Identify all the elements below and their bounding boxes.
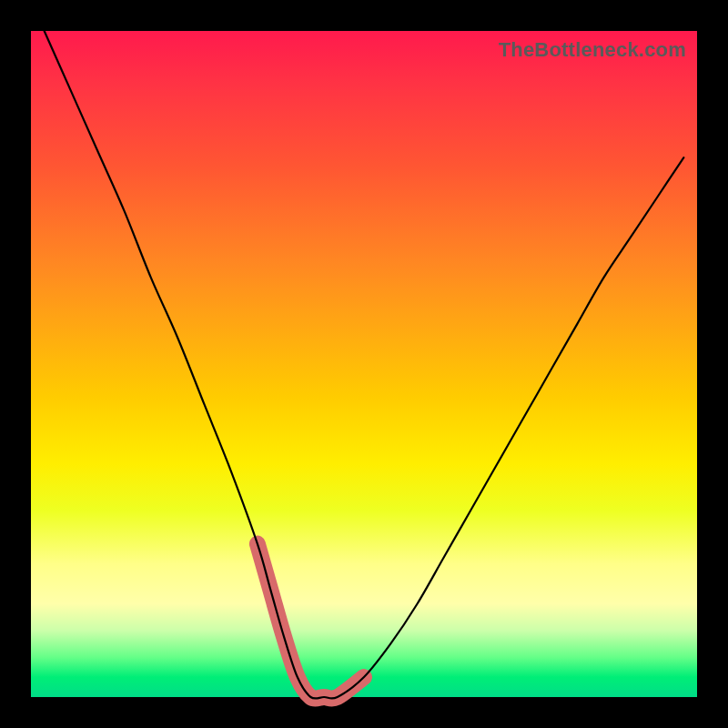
chart-svg (31, 31, 697, 697)
chart-container: TheBottleneck.com (0, 0, 728, 728)
plot-area: TheBottleneck.com (31, 31, 697, 697)
watermark-text: TheBottleneck.com (499, 38, 686, 62)
curve-line (45, 31, 684, 699)
highlight-segment (258, 544, 364, 699)
